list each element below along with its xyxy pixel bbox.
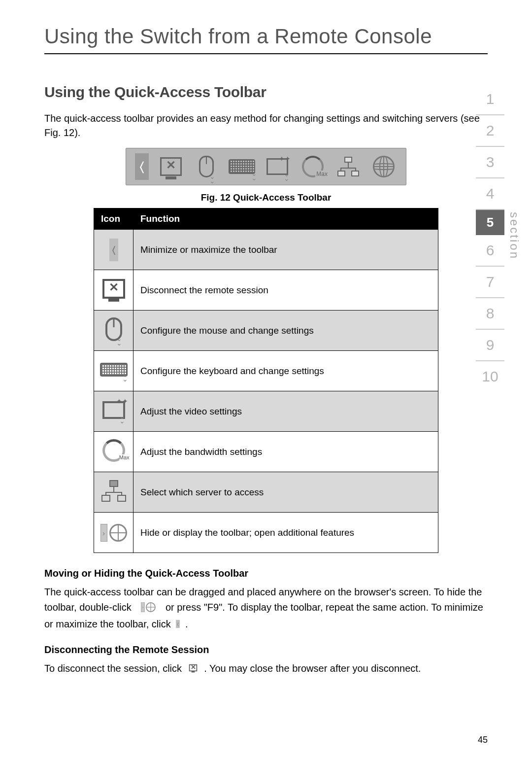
page-title: Using the Switch from a Remote Console xyxy=(44,25,488,54)
section-nav-item-active[interactable]: 5 xyxy=(476,210,504,235)
disconnect-heading: Disconnecting the Remote Session xyxy=(44,644,488,656)
server-select-tree-icon xyxy=(335,153,362,180)
chevron-left-icon: 〈 xyxy=(109,239,118,261)
mouse-icon: ⌄⌄ xyxy=(105,317,122,341)
table-row: ⌄⌄ Configure the keyboard and change set… xyxy=(94,351,438,391)
moving-toolbar-paragraph: The quick-access toolbar can be dragged … xyxy=(44,585,488,632)
section-label: section xyxy=(507,212,521,260)
section-nav-item[interactable]: 2 xyxy=(476,115,504,147)
toolbar-toggle-globe-icon: › xyxy=(100,524,127,542)
disconnect-monitor-icon xyxy=(158,153,184,180)
table-row: Adjust the bandwidth settings xyxy=(94,432,438,472)
table-cell-function: Configure the mouse and change settings xyxy=(133,311,438,351)
table-row: ⌄⌄ Configure the mouse and change settin… xyxy=(94,311,438,351)
moving-toolbar-heading: Moving or Hiding the Quick-Access Toolba… xyxy=(44,568,488,579)
mouse-icon: ⌄⌄ xyxy=(193,153,220,180)
page-number: 45 xyxy=(478,735,488,745)
table-cell-function: Configure the keyboard and change settin… xyxy=(133,351,438,391)
section-nav-item[interactable]: 4 xyxy=(476,178,504,210)
section-nav-item[interactable]: 1 xyxy=(476,84,504,115)
section-nav-item[interactable]: 7 xyxy=(476,267,504,298)
bandwidth-gauge-icon xyxy=(102,439,125,462)
table-header-function: Function xyxy=(133,208,438,230)
table-cell-function: Select which server to access xyxy=(133,472,438,513)
section-nav: 1 2 3 4 5 6 7 8 9 10 xyxy=(476,84,504,392)
section-nav-item[interactable]: 6 xyxy=(476,235,504,267)
chevron-left-icon: 〈 xyxy=(135,153,149,180)
section-nav-item[interactable]: 3 xyxy=(476,147,504,178)
icon-function-table: Icon Function 〈 Minimize or maximize the… xyxy=(94,208,438,553)
disconnect-monitor-icon xyxy=(102,279,125,299)
table-row: Disconnect the remote session xyxy=(94,270,438,311)
chevron-left-icon: 〈 xyxy=(176,620,180,628)
section-nav-item[interactable]: 10 xyxy=(476,361,504,392)
table-cell-function: Hide or display the toolbar; open additi… xyxy=(133,513,438,553)
table-row: Select which server to access xyxy=(94,472,438,513)
toolbar-toggle-globe-icon: › xyxy=(141,602,156,612)
quick-access-toolbar-figure: 〈 ⌄⌄ ⌄⌄ ⌄⌄ xyxy=(126,148,406,185)
globe-icon xyxy=(370,153,397,180)
section-nav-item[interactable]: 9 xyxy=(476,330,504,361)
table-header-icon: Icon xyxy=(94,208,133,230)
table-row: 〈 Minimize or maximize the toolbar xyxy=(94,230,438,270)
keyboard-icon: ⌄⌄ xyxy=(229,153,255,180)
table-row: › Hide or display the toolbar; open addi… xyxy=(94,513,438,553)
section-heading: Using the Quick-Access Toolbar xyxy=(44,84,488,101)
table-row: ⌄⌄ Adjust the video settings xyxy=(94,391,438,432)
disconnect-monitor-icon xyxy=(189,664,197,671)
figure-caption: Fig. 12 Quick-Access Toolbar xyxy=(44,192,488,203)
table-cell-function: Adjust the bandwidth settings xyxy=(133,432,438,472)
bandwidth-gauge-icon xyxy=(299,153,326,180)
intro-paragraph: The quick-access toolbar provides an eas… xyxy=(44,111,488,140)
server-select-tree-icon xyxy=(100,480,127,502)
keyboard-icon: ⌄⌄ xyxy=(100,363,128,377)
table-cell-function: Adjust the video settings xyxy=(133,391,438,432)
table-cell-function: Minimize or maximize the toolbar xyxy=(133,230,438,270)
video-settings-icon: ⌄⌄ xyxy=(102,401,125,419)
disconnect-paragraph: To disconnect the session, click . You m… xyxy=(44,661,488,676)
table-cell-function: Disconnect the remote session xyxy=(133,270,438,311)
section-nav-item[interactable]: 8 xyxy=(476,298,504,330)
video-settings-icon: ⌄⌄ xyxy=(264,153,291,180)
